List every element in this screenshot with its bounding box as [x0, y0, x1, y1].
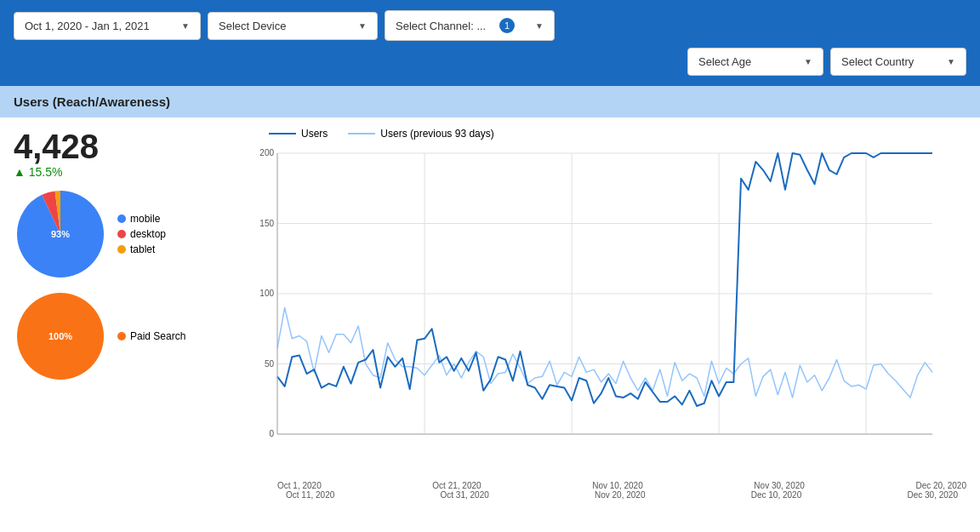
tablet-label: tablet	[130, 243, 155, 255]
users-line-icon	[269, 133, 296, 134]
date-range-label: Oct 1, 2020 - Jan 1, 2021	[25, 20, 150, 32]
channel-pie-row: 100% Paid Search	[14, 289, 225, 383]
x-label-10: Dec 30, 2020	[907, 490, 958, 500]
prev-users-legend-label: Users (previous 93 days)	[380, 128, 493, 140]
paid-search-label: Paid Search	[130, 330, 185, 342]
x-label-9: Dec 10, 2020	[751, 490, 802, 500]
date-range-arrow-icon: ▼	[181, 21, 190, 31]
users-legend-label: Users	[301, 128, 328, 140]
device-pie-chart: 93%	[14, 187, 107, 281]
device-pie-label: 93%	[51, 229, 70, 239]
select-age-label: Select Age	[698, 55, 751, 68]
select-country-label: Select Country	[841, 55, 914, 68]
device-arrow-icon: ▼	[358, 21, 367, 31]
prev-users-line-icon	[348, 133, 375, 134]
select-channel-label: Select Channel: ...	[396, 20, 486, 32]
chart-area	[235, 145, 966, 479]
mobile-dot	[117, 215, 126, 223]
channel-pie-label: 100%	[48, 331, 72, 341]
header: Oct 1, 2020 - Jan 1, 2021 ▼ Select Devic…	[0, 0, 980, 86]
legend-paid-search: Paid Search	[117, 330, 185, 342]
channel-legend: Paid Search	[117, 330, 185, 342]
legend-prev-users: Users (previous 93 days)	[348, 128, 493, 140]
legend-mobile: mobile	[117, 213, 166, 225]
section-title: Users (Reach/Awareness)	[14, 94, 170, 109]
x-label-5: Dec 20, 2020	[915, 481, 966, 490]
x-label-3: Nov 10, 2020	[592, 481, 643, 490]
x-label-7: Oct 31, 2020	[441, 490, 489, 500]
date-range-dropdown[interactable]: Oct 1, 2020 - Jan 1, 2021 ▼	[14, 12, 201, 40]
left-panel: 4,428 ▲ 15.5% 93% mobile de	[14, 128, 235, 500]
country-arrow-icon: ▼	[947, 57, 955, 66]
change-percentage: ▲ 15.5%	[14, 165, 225, 179]
mobile-label: mobile	[130, 213, 160, 225]
x-label-2: Oct 21, 2020	[432, 481, 481, 490]
total-users-value: 4,428	[14, 128, 225, 165]
tablet-dot	[117, 245, 126, 254]
x-label-4: Nov 30, 2020	[754, 481, 805, 490]
device-legend: mobile desktop tablet	[117, 213, 166, 255]
select-channel-dropdown[interactable]: Select Channel: ... 1 ▼	[385, 10, 555, 41]
legend-desktop: desktop	[117, 228, 166, 240]
select-device-dropdown[interactable]: Select Device ▼	[208, 12, 378, 40]
select-device-label: Select Device	[219, 20, 286, 32]
device-pie-row: 93% mobile desktop tablet	[14, 187, 225, 281]
right-panel: Users Users (previous 93 days) Oct 1, 20…	[235, 128, 966, 500]
chart-legend: Users Users (previous 93 days)	[269, 128, 966, 140]
select-country-dropdown[interactable]: Select Country ▼	[830, 48, 966, 76]
desktop-label: desktop	[130, 228, 166, 240]
channel-count-badge: 1	[499, 18, 515, 33]
select-age-dropdown[interactable]: Select Age ▼	[687, 48, 823, 76]
section-header: Users (Reach/Awareness)	[0, 86, 980, 117]
x-label-8: Nov 20, 2020	[595, 490, 646, 500]
x-label-1: Oct 1, 2020	[277, 481, 322, 490]
x-label-6: Oct 11, 2020	[286, 490, 334, 500]
charts-left: 93% mobile desktop tablet	[14, 187, 225, 383]
up-arrow-icon: ▲	[14, 165, 26, 179]
desktop-dot	[117, 230, 126, 238]
legend-tablet: tablet	[117, 243, 166, 255]
legend-users: Users	[269, 128, 328, 140]
age-arrow-icon: ▼	[804, 57, 812, 66]
channel-arrow-icon: ▼	[535, 21, 544, 31]
channel-pie-chart: 100%	[14, 289, 107, 383]
main-content: 4,428 ▲ 15.5% 93% mobile de	[0, 117, 980, 510]
paid-search-dot	[117, 332, 126, 340]
